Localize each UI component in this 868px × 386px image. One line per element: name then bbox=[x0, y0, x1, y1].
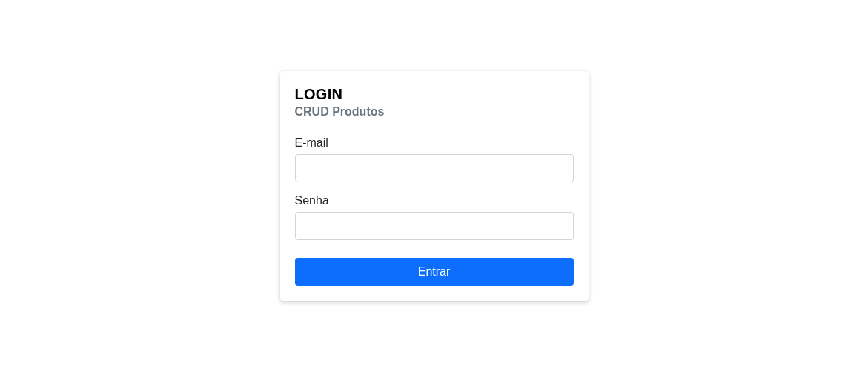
password-label: Senha bbox=[295, 194, 574, 207]
password-group: Senha bbox=[295, 194, 574, 240]
login-card: LOGIN CRUD Produtos E-mail Senha Entrar bbox=[280, 71, 589, 301]
email-label: E-mail bbox=[295, 136, 574, 150]
email-field[interactable] bbox=[295, 154, 574, 182]
password-field[interactable] bbox=[295, 212, 574, 240]
submit-button[interactable]: Entrar bbox=[295, 258, 574, 286]
page-title: LOGIN bbox=[295, 86, 574, 103]
email-group: E-mail bbox=[295, 136, 574, 182]
page-subtitle: CRUD Produtos bbox=[295, 105, 574, 119]
